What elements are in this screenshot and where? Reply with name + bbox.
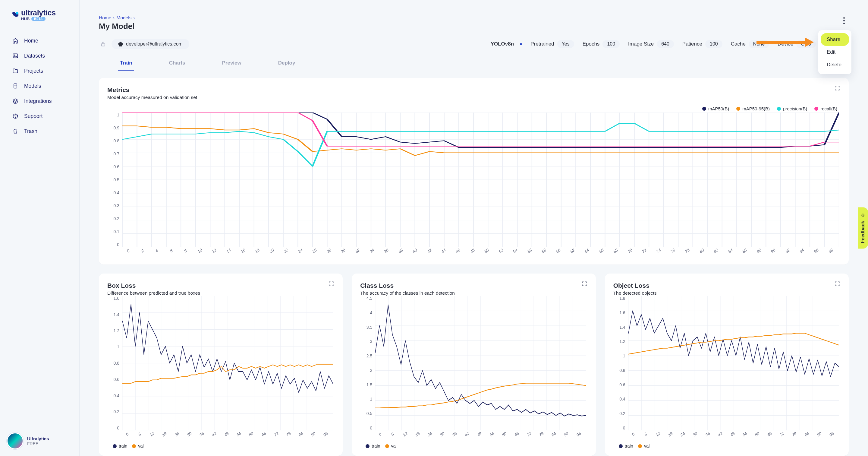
logo: ultralytics HUB BETA: [0, 8, 79, 31]
logo-mark-icon: [12, 10, 19, 19]
dropdown-menu: Share Edit Delete: [818, 30, 851, 74]
nav-home[interactable]: Home: [0, 33, 79, 48]
layers-icon: [12, 98, 19, 104]
expand-icon[interactable]: [834, 85, 841, 92]
nav-integrations[interactable]: Integrations: [0, 93, 79, 109]
meta-patience: 100: [705, 40, 722, 48]
user-plan: FREE: [27, 441, 49, 446]
tab-train[interactable]: Train: [118, 56, 134, 70]
box-loss-chart: 1.61.41.210.80.60.40.2006121824303642485…: [107, 296, 334, 440]
legend: train val: [366, 444, 587, 449]
brand-name: ultralytics: [21, 8, 56, 17]
nav-trash[interactable]: Trash: [0, 124, 79, 139]
developer-email: developer@ultralytics.com: [126, 41, 183, 47]
chevron-right-icon: ›: [133, 15, 135, 21]
expand-icon[interactable]: [328, 281, 336, 288]
smiley-icon: ☺: [861, 212, 866, 218]
meta-imgsz: 640: [657, 40, 674, 48]
lock-icon: [99, 40, 107, 48]
brand-sub: HUB: [21, 17, 30, 21]
metrics-chart: 10.90.80.70.60.50.40.30.20.1002468101214…: [107, 113, 840, 257]
kebab-menu-button[interactable]: [839, 16, 849, 25]
svg-point-5: [15, 117, 16, 118]
command-icon: [12, 83, 19, 89]
card-title: Metrics: [107, 86, 840, 93]
card-subtitle: Model accuracy measured on validation se…: [107, 95, 840, 100]
status-dot-icon: [520, 43, 522, 45]
legend: train val: [619, 444, 840, 449]
feedback-button[interactable]: Feedback ☺: [858, 207, 868, 249]
tab-charts[interactable]: Charts: [167, 56, 187, 70]
sidebar: ultralytics HUB BETA Home Datasets Proje…: [0, 0, 80, 456]
meta-epochs: 100: [602, 40, 620, 48]
developer-pill[interactable]: developer@ultralytics.com: [112, 39, 189, 49]
class-loss-card: Class Loss The accuracy of the classes i…: [352, 274, 595, 456]
tab-preview[interactable]: Preview: [220, 56, 243, 70]
trash-icon: [12, 128, 19, 135]
content: Metrics Model accuracy measured on valid…: [80, 70, 868, 456]
breadcrumb: Home › Models ›: [99, 15, 849, 21]
nav-label: Projects: [24, 68, 43, 74]
object-loss-card: Object Loss The detected objects 1.81.61…: [605, 274, 849, 456]
nav: Home Datasets Projects Models Integratio…: [0, 31, 79, 141]
svg-point-1: [16, 12, 19, 15]
help-icon: [12, 113, 19, 119]
tabs: Train Charts Preview Deploy: [99, 49, 849, 70]
class-loss-chart: 4.543.532.521.510.5006121824303642485460…: [360, 296, 587, 440]
nav-label: Home: [24, 38, 38, 44]
model-name: YOLOv8n: [491, 41, 522, 47]
chevron-right-icon: ›: [113, 15, 115, 21]
user-icon: [118, 41, 123, 47]
svg-point-3: [14, 55, 15, 56]
avatar: [7, 432, 24, 449]
image-icon: [12, 53, 19, 59]
nav-label: Support: [24, 113, 42, 119]
home-icon: [12, 37, 19, 44]
user-name: Ultralytics: [27, 436, 49, 441]
user-block[interactable]: Ultralytics FREE: [7, 432, 49, 449]
breadcrumb-home[interactable]: Home: [99, 15, 111, 21]
expand-icon[interactable]: [834, 281, 841, 288]
menu-share[interactable]: Share: [821, 33, 849, 46]
main: Home › Models › My Model Share Edit Dele…: [80, 0, 868, 456]
header: Home › Models › My Model Share Edit Dele…: [80, 0, 868, 70]
legend: train val: [113, 444, 334, 449]
metrics-card: Metrics Model accuracy measured on valid…: [99, 78, 849, 264]
nav-label: Models: [24, 83, 41, 89]
svg-marker-7: [805, 37, 814, 47]
page-title: My Model: [99, 22, 849, 31]
nav-models[interactable]: Models: [0, 78, 79, 93]
beta-badge: BETA: [31, 17, 45, 21]
breadcrumb-models[interactable]: Models: [117, 15, 132, 21]
nav-label: Trash: [24, 128, 37, 135]
nav-support[interactable]: Support: [0, 109, 79, 124]
nav-projects[interactable]: Projects: [0, 63, 79, 78]
box-loss-card: Box Loss Difference between predicted an…: [99, 274, 343, 456]
object-loss-chart: 1.81.61.41.210.80.60.40.2006121824303642…: [613, 296, 840, 440]
arrow-annotation-icon: [756, 36, 814, 50]
menu-delete[interactable]: Delete: [818, 58, 851, 71]
nav-label: Datasets: [24, 53, 45, 59]
menu-edit[interactable]: Edit: [818, 46, 851, 58]
folder-icon: [12, 67, 19, 74]
nav-label: Integrations: [24, 98, 52, 104]
legend: mAP50(B) mAP50-95(B) precision(B) recall…: [107, 106, 837, 111]
meta-pretrained: Yes: [557, 40, 574, 48]
svg-rect-8: [101, 44, 105, 46]
expand-icon[interactable]: [581, 281, 589, 288]
tab-deploy[interactable]: Deploy: [276, 56, 297, 70]
nav-datasets[interactable]: Datasets: [0, 48, 79, 63]
